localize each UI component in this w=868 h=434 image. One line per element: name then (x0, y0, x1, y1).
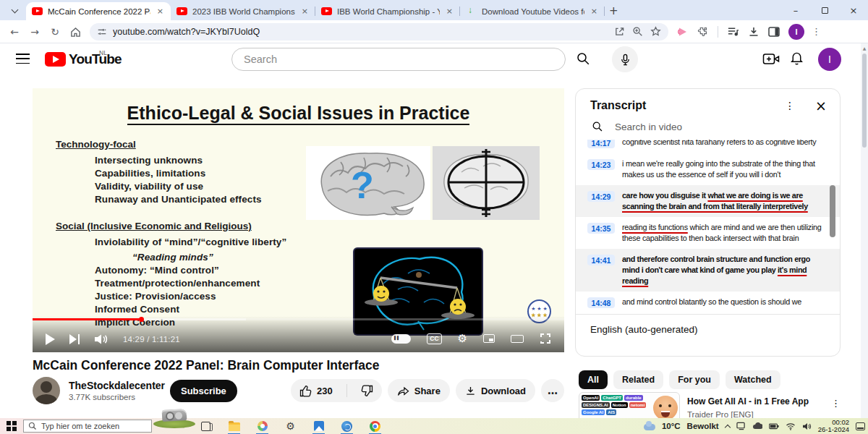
search-button[interactable] (576, 51, 590, 69)
transcript-close-button[interactable]: × (815, 101, 827, 111)
tab-close-icon[interactable]: × (445, 7, 454, 16)
battery-icon[interactable] (769, 423, 779, 430)
play-button[interactable] (46, 333, 55, 345)
task-view-button[interactable] (200, 420, 212, 433)
browser-tab[interactable]: IBB World Championship - YouT × (315, 2, 460, 20)
pink-extension-button[interactable] (677, 26, 689, 38)
side-panel-button[interactable] (768, 27, 780, 37)
progress-bar[interactable] (33, 318, 564, 320)
zoom-button[interactable] (632, 26, 643, 37)
tab-close-icon[interactable]: × (590, 7, 599, 16)
captions-button[interactable]: CC (427, 333, 441, 344)
chrome-button[interactable] (369, 420, 381, 433)
share-button[interactable]: Share (388, 379, 450, 402)
more-actions-button[interactable]: … (541, 379, 564, 402)
transcript-row[interactable]: 14:35 reading its functions which are mi… (576, 217, 840, 249)
scrollbar-up-arrow[interactable]: ▲ (861, 43, 868, 51)
chip-watched[interactable]: Watched (726, 370, 780, 389)
fullscreen-button[interactable] (540, 333, 551, 344)
open-in-new-button[interactable] (614, 26, 625, 37)
tray-expand-chevron[interactable] (724, 424, 730, 430)
address-bar[interactable]: youtube.com/watch?v=JKYbl7UoldQ (90, 23, 668, 41)
action-center-button[interactable] (856, 422, 865, 430)
browser-tab-active[interactable]: McCain Conference 2022 Panel: × (26, 2, 171, 20)
progress-scrubber[interactable] (139, 317, 144, 322)
transcript-scrollbar[interactable] (830, 185, 835, 237)
new-tab-button[interactable]: + (609, 4, 618, 17)
channel-name[interactable]: TheStockdalecenter (69, 380, 163, 391)
home-button[interactable] (65, 25, 85, 38)
transcript-row[interactable]: 14:48 and mind control blatantly so the … (576, 292, 840, 313)
transcript-language-label[interactable]: English (auto-generated) (576, 314, 840, 344)
chip-all[interactable]: All (579, 370, 608, 389)
autoplay-toggle[interactable] (391, 334, 411, 344)
taskbar-search-box[interactable] (23, 420, 152, 433)
wifi-icon[interactable] (786, 422, 796, 430)
notifications-button[interactable] (789, 51, 804, 69)
tab-close-icon[interactable]: × (300, 7, 310, 16)
transcript-timestamp[interactable]: 14:23 (587, 159, 615, 170)
page-scrollbar[interactable]: ▲ (861, 43, 868, 418)
settings-button[interactable]: ⚙ (458, 332, 467, 345)
transcript-menu-button[interactable]: ⋮ (785, 100, 795, 111)
subscribe-button[interactable]: Subscribe (170, 380, 237, 402)
url-text[interactable]: youtube.com/watch?v=JKYbl7UoldQ (113, 27, 607, 37)
tab-search-chevron-button[interactable] (6, 3, 23, 19)
close-window-button[interactable]: × (839, 5, 868, 16)
search-input[interactable] (244, 54, 565, 65)
download-button[interactable]: Download (456, 379, 535, 402)
transcript-row[interactable]: 14:17 cognitive scientist nita farahany … (576, 140, 840, 153)
next-button[interactable] (69, 333, 80, 345)
taskbar-search-input[interactable] (41, 422, 142, 430)
bookmark-button[interactable] (650, 26, 661, 37)
browser-menu-button[interactable]: ⋮ (812, 26, 821, 37)
file-explorer-button[interactable] (228, 420, 240, 433)
theater-mode-button[interactable] (511, 335, 524, 343)
transcript-timestamp[interactable]: 14:29 (587, 191, 615, 202)
transcript-timestamp[interactable]: 14:35 (587, 223, 615, 234)
guide-menu-button[interactable] (16, 54, 30, 64)
reading-list-button[interactable] (727, 26, 739, 37)
voice-search-button[interactable] (612, 46, 638, 72)
miniplayer-button[interactable] (483, 334, 495, 343)
account-avatar[interactable]: I (818, 48, 841, 71)
volume-button[interactable] (94, 333, 109, 345)
start-button[interactable] (7, 421, 17, 431)
volume-icon[interactable] (802, 422, 812, 430)
site-settings-icon[interactable] (97, 27, 107, 37)
back-button[interactable]: ← (4, 26, 25, 38)
paint-app-button[interactable] (256, 420, 268, 433)
dislike-button[interactable] (352, 379, 382, 402)
browser-tab[interactable]: Download Youtube Videos for F × (460, 2, 605, 20)
transcript-search[interactable] (576, 116, 840, 140)
scrollbar-thumb[interactable] (862, 54, 867, 148)
extensions-button[interactable] (697, 26, 709, 38)
suggested-title[interactable]: How Get All AI - in 1 Free App (687, 396, 812, 407)
transcript-timestamp[interactable]: 14:17 (587, 140, 615, 148)
transcript-timestamp[interactable]: 14:41 (587, 255, 615, 265)
browser-profile-avatar[interactable]: I (788, 24, 804, 40)
reload-button[interactable]: ↻ (45, 26, 65, 38)
forward-button[interactable]: → (25, 26, 45, 38)
transcript-search-input[interactable] (615, 122, 788, 132)
transcript-row[interactable]: 14:23 i mean we're really going into the… (576, 153, 840, 185)
youtube-logo[interactable]: YouTube (45, 51, 122, 67)
minimize-button[interactable]: – (781, 5, 810, 16)
chip-related[interactable]: Related (613, 370, 663, 389)
transcript-row-highlighted[interactable]: 14:41 and therefore control brain struct… (576, 249, 840, 292)
weather-description[interactable]: Bewolkt (687, 422, 719, 430)
transcript-timestamp[interactable]: 14:48 (587, 297, 615, 308)
blue-circle-app-button[interactable] (341, 420, 353, 433)
channel-avatar[interactable] (33, 377, 60, 404)
photos-app-button[interactable] (312, 420, 325, 433)
onedrive-icon[interactable] (752, 422, 762, 430)
suggested-menu-button[interactable]: ⋮ (831, 398, 841, 418)
suggested-channel[interactable]: Traider Pro [ENG] (687, 410, 812, 418)
browser-tab[interactable]: 2023 IBB World Championship | × (171, 2, 315, 20)
create-button[interactable] (762, 51, 780, 69)
search-box[interactable] (231, 48, 566, 71)
suggested-thumbnail[interactable]: OpenAI ChatGPT durable DESIGNS.AI Notion… (579, 392, 680, 418)
suggested-video[interactable]: OpenAI ChatGPT durable DESIGNS.AI Notion… (579, 392, 841, 418)
your-phone-icon[interactable] (736, 422, 746, 430)
downloads-button[interactable] (748, 26, 760, 38)
